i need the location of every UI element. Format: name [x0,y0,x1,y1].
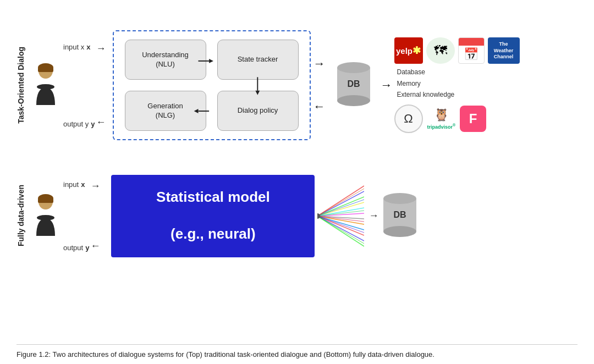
svg-point-17 [37,215,54,220]
dialog-policy-module: Dialog policy [217,91,299,131]
figure-caption: Figure 1.2: Two architectures of dialogu… [16,344,578,360]
person-top [31,62,61,108]
svg-text:DB: DB [347,79,360,89]
db-to-box-arrow-bottom: ← [314,100,326,114]
pipeline-box: Understanding(NLU) State tracker Generat… [113,30,311,140]
svg-point-12 [337,95,370,106]
nlg-module: Generation(NLG) [125,91,206,131]
svg-rect-16 [38,198,53,203]
output-arrow-top: ← [96,117,106,128]
weather-channel-logo: The Weather Channel [488,37,520,64]
person-bottom [31,193,61,239]
calendar-logo: 📅 [458,37,485,64]
db-bottom: DB [380,187,420,245]
output-label-top: output yy [63,120,95,128]
caption-text: Figure 1.2: Two architectures of dialogu… [16,350,435,359]
svg-point-11 [337,62,370,73]
top-section: Task-Oriented Dialog [16,11,578,159]
map-logo: 🗺 [426,37,455,64]
input-label-bottom: input x [63,180,89,189]
svg-rect-2 [38,68,53,72]
svg-marker-5 [209,59,213,63]
top-section-label: Task-Oriented Dialog [16,47,25,124]
neural-wires [317,180,364,252]
foursquare-logo: F [460,106,486,132]
wikipedia-logo: Ω [394,104,423,133]
wires-to-db-arrow: → [369,210,378,222]
svg-point-38 [383,193,416,204]
input-label-top: input xx [63,43,95,51]
input-arrow-top: → [96,43,106,54]
bottom-section: Fully data-driven input x output y [16,165,578,267]
yelp-logo: yelp✱ [394,37,423,64]
statistical-model-box: Statistical model (e.g., neural) [111,175,315,257]
svg-text:DB: DB [394,210,406,219]
svg-point-39 [383,226,416,237]
main-container: Task-Oriented Dialog [0,0,594,364]
db-to-logos-arrow: → [381,78,393,92]
svg-point-3 [37,84,54,90]
state-tracker-module: State tracker [217,40,299,80]
tripadvisor-logo: 🦉 tripadvisor® [427,108,456,130]
bottom-section-label: Fully data-driven [16,185,25,246]
db-top: DB [334,57,373,114]
output-label-bottom: output y [63,244,89,252]
knowledge-labels: Database Memory External knowledge [397,67,520,100]
input-arrow-bottom: → [90,180,100,192]
output-arrow-bottom: ← [90,240,100,252]
nlu-module: Understanding(NLU) [125,40,206,80]
box-to-db-arrow-top: → [314,57,326,71]
right-panel: yelp✱ 🗺 📅 The Weather Channel [394,37,520,133]
